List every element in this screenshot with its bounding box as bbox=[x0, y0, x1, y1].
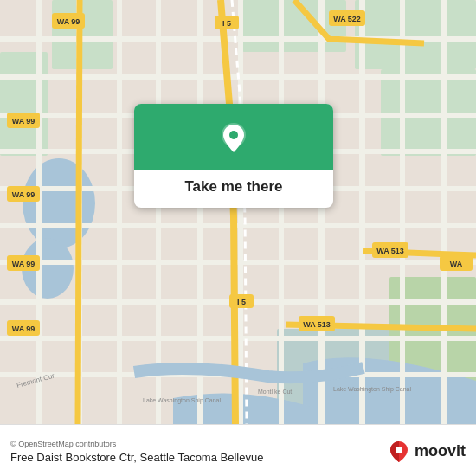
svg-point-60 bbox=[229, 131, 238, 139]
svg-rect-25 bbox=[238, 0, 243, 424]
svg-text:WA 522: WA 522 bbox=[333, 15, 361, 23]
svg-text:WA 99: WA 99 bbox=[12, 117, 35, 125]
svg-rect-22 bbox=[117, 0, 122, 424]
svg-rect-27 bbox=[318, 0, 325, 424]
svg-text:WA 513: WA 513 bbox=[303, 320, 331, 329]
svg-text:I 5: I 5 bbox=[237, 298, 246, 306]
overlay-card-header bbox=[134, 104, 333, 170]
svg-rect-24 bbox=[197, 0, 203, 424]
svg-text:WA 99: WA 99 bbox=[12, 325, 35, 333]
svg-rect-30 bbox=[441, 0, 447, 424]
svg-rect-4 bbox=[355, 0, 476, 69]
svg-text:Montl ke Cut: Montl ke Cut bbox=[258, 389, 292, 395]
svg-rect-29 bbox=[400, 0, 405, 424]
svg-text:WA 99: WA 99 bbox=[57, 17, 80, 26]
svg-rect-20 bbox=[36, 0, 42, 424]
svg-text:Lake Washington Ship Canal: Lake Washington Ship Canal bbox=[333, 386, 411, 393]
svg-rect-3 bbox=[242, 0, 346, 52]
map-container: I 5 I 5 I 5 WA 99 WA 99 WA 99 WA 99 WA 9… bbox=[0, 0, 476, 424]
svg-text:WA 513: WA 513 bbox=[376, 247, 404, 255]
map-attribution: © OpenStreetMap contributors bbox=[10, 440, 387, 448]
moovit-logo[interactable]: moovit bbox=[387, 440, 466, 464]
place-name: Free Daist Bookstore Ctr, Seattle Tacoma… bbox=[10, 451, 387, 464]
svg-rect-28 bbox=[359, 0, 365, 424]
svg-text:WA 99: WA 99 bbox=[12, 190, 35, 199]
overlay-card[interactable]: Take me there bbox=[134, 104, 333, 208]
map-svg: I 5 I 5 I 5 WA 99 WA 99 WA 99 WA 99 WA 9… bbox=[0, 0, 476, 424]
footer-bar: © OpenStreetMap contributors Free Daist … bbox=[0, 424, 476, 476]
svg-point-8 bbox=[23, 158, 95, 248]
take-me-there-button[interactable]: Take me there bbox=[170, 170, 296, 208]
moovit-brand-text: moovit bbox=[415, 442, 466, 460]
svg-text:WA: WA bbox=[450, 260, 463, 268]
moovit-pin-icon bbox=[387, 440, 411, 464]
svg-text:Lake Washington Ship Canal: Lake Washington Ship Canal bbox=[143, 397, 221, 404]
svg-rect-23 bbox=[156, 0, 161, 424]
footer-info: © OpenStreetMap contributors Free Daist … bbox=[10, 440, 387, 464]
svg-text:WA 99: WA 99 bbox=[12, 260, 35, 268]
location-pin-icon bbox=[215, 119, 253, 158]
svg-point-61 bbox=[396, 447, 402, 453]
svg-rect-26 bbox=[279, 0, 284, 424]
svg-text:I 5: I 5 bbox=[222, 19, 231, 28]
